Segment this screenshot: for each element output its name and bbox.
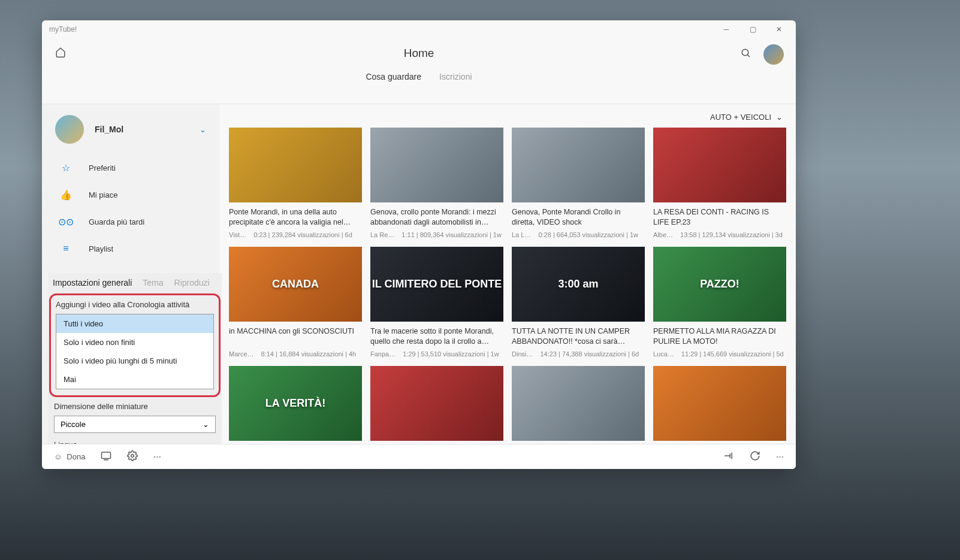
settings-tab-general[interactable]: Impostazioni generali bbox=[53, 278, 132, 287]
video-author: Dinsi… bbox=[512, 350, 533, 358]
video-card[interactable]: Tormentata per anni a scuola, all'età…… bbox=[653, 366, 786, 444]
donate-label: Dona bbox=[67, 452, 85, 461]
cast-icon bbox=[101, 450, 111, 463]
settings-button[interactable] bbox=[127, 450, 138, 463]
thumb-overlay-text: PAZZO! bbox=[700, 278, 739, 290]
refresh-button[interactable] bbox=[750, 450, 760, 463]
user-row[interactable]: Fil_Mol ⌄ bbox=[42, 104, 219, 155]
video-stats: 11:29 | 145,669 visualizzazioni | 5d bbox=[681, 350, 784, 358]
gear-icon bbox=[127, 450, 138, 463]
activity-dropdown-open: Tutti i video Solo i video non finiti So… bbox=[56, 314, 214, 389]
sidebar-item-favorites[interactable]: ☆ Preferiti bbox=[42, 155, 219, 181]
thumbsize-value: Piccole bbox=[61, 420, 86, 429]
tab-subscriptions[interactable]: Iscrizioni bbox=[439, 72, 472, 81]
donate-button[interactable]: ☺ Dona bbox=[54, 452, 85, 461]
video-card[interactable]: CANADAin MACCHINA con gli SCONOSCIUTIMar… bbox=[229, 247, 362, 358]
page-title: Home bbox=[404, 47, 434, 60]
more-button-right[interactable]: ⋯ bbox=[776, 452, 784, 461]
thumb-overlay-text: 3:00 am bbox=[558, 278, 598, 290]
video-card[interactable]: PAZZO!PERMETTO ALLA MIA RAGAZZA DI PULIR… bbox=[653, 247, 786, 358]
settings-tab-theme[interactable]: Tema bbox=[143, 278, 163, 287]
smile-icon: ☺ bbox=[54, 452, 62, 461]
video-meta: Vist…0:23 | 239,284 visualizzazioni | 6d bbox=[229, 231, 362, 238]
sidebar-item-playlist[interactable]: ≡ Playlist bbox=[42, 235, 219, 262]
settings-panel: Impostazioni generali Tema Riproduzi Agg… bbox=[48, 273, 222, 444]
sidebar-item-watch-later[interactable]: ⊙⊙ Guarda più tardi bbox=[42, 208, 219, 235]
sidebar-item-label: Guarda più tardi bbox=[89, 217, 144, 226]
video-stats: 1:29 | 53,510 visualizzazioni | 1w bbox=[403, 350, 499, 358]
video-card[interactable]: LA RESA DEI CONTI - RACING IS LIFE EP.23… bbox=[653, 128, 786, 238]
dropdown-option-long[interactable]: Solo i video più lunghi di 5 minuti bbox=[56, 352, 213, 370]
thumb-overlay-text: LA VERITÀ! bbox=[265, 397, 325, 410]
video-title: Genova, crollo ponte Morandi: i mezzi ab… bbox=[370, 207, 503, 228]
video-thumbnail bbox=[653, 366, 786, 441]
video-card[interactable]: Mezzi per Muoversi Rivoluzionari che…… bbox=[512, 366, 645, 444]
svg-point-0 bbox=[742, 49, 748, 56]
thumbs-up-icon: 👍 bbox=[60, 189, 72, 201]
thumbsize-select[interactable]: Piccole ⌄ bbox=[54, 416, 216, 433]
maximize-button[interactable]: ▢ bbox=[739, 20, 766, 38]
dropdown-option-never[interactable]: Mai bbox=[56, 370, 213, 389]
video-thumbnail: PAZZO! bbox=[653, 247, 786, 322]
tab-what-to-watch[interactable]: Cosa guardare bbox=[366, 72, 421, 81]
user-name: Fil_Mol bbox=[95, 125, 189, 134]
category-dropdown[interactable]: AUTO + VEICOLI ⌄ bbox=[710, 113, 783, 122]
video-title: TUTTA LA NOTTE IN UN CAMPER ABBANDONATO!… bbox=[512, 326, 645, 347]
video-card[interactable]: Genova, Ponte Morandi Crollo in diretta,… bbox=[512, 128, 645, 238]
svg-line-1 bbox=[747, 55, 750, 57]
video-card[interactable]: 3:00 amTUTTA LA NOTTE IN UN CAMPER ABBAN… bbox=[512, 247, 645, 358]
video-thumbnail: IL CIMITERO DEL PONTE bbox=[370, 247, 503, 322]
sidebar: Fil_Mol ⌄ ☆ Preferiti 👍 Mi piace ⊙⊙ Guar… bbox=[42, 104, 219, 444]
titlebar: myTube! ─ ▢ ✕ bbox=[42, 20, 796, 38]
video-card[interactable]: IL CIMITERO DEL PONTETra le macerie sott… bbox=[370, 247, 503, 358]
home-icon[interactable] bbox=[55, 47, 66, 60]
video-thumbnail: CANADA bbox=[229, 247, 362, 322]
video-stats: 0:23 | 239,284 visualizzazioni | 6d bbox=[253, 231, 352, 238]
dropdown-option-all[interactable]: Tutti i video bbox=[56, 314, 213, 333]
sidebar-item-likes[interactable]: 👍 Mi piace bbox=[42, 181, 219, 208]
content: AUTO + VEICOLI ⌄ Ponte Morandi, in una d… bbox=[219, 104, 796, 444]
footer: ☺ Dona ⋯ bbox=[42, 444, 796, 469]
video-card[interactable]: LA VERITÀ!LA VERITÀ SULLE IMPENNATE | …… bbox=[229, 366, 362, 444]
cast-button[interactable] bbox=[101, 450, 111, 463]
video-stats: 8:14 | 16,884 visualizzazioni | 4h bbox=[261, 350, 357, 358]
search-icon[interactable] bbox=[741, 48, 751, 62]
video-card[interactable]: Genova, crollo ponte Morandi: i mezzi ab… bbox=[370, 128, 503, 238]
app-window: myTube! ─ ▢ ✕ Home Cosa guardare Iscrizi… bbox=[42, 20, 796, 469]
video-author: Albe… bbox=[653, 231, 673, 238]
sidebar-item-label: Preferiti bbox=[89, 164, 116, 172]
chevron-down-icon: ⌄ bbox=[776, 113, 783, 122]
video-card[interactable]: SENZA GIULIA A FERRAGOSTO | …… bbox=[370, 366, 503, 444]
avatar[interactable] bbox=[763, 44, 784, 65]
video-author: La L… bbox=[512, 231, 531, 238]
video-title: Genova, Ponte Morandi Crollo in diretta,… bbox=[512, 207, 645, 228]
more-icon: ⋯ bbox=[153, 452, 161, 461]
minimize-button[interactable]: ─ bbox=[713, 20, 739, 38]
video-meta: Luca…11:29 | 145,669 visualizzazioni | 5… bbox=[653, 350, 786, 358]
video-author: Luca… bbox=[653, 350, 674, 358]
header: Home Cosa guardare Iscrizioni bbox=[42, 38, 796, 104]
sidebar-item-label: Playlist bbox=[89, 244, 113, 253]
video-thumbnail bbox=[370, 128, 503, 202]
svg-point-4 bbox=[131, 455, 134, 458]
dropdown-option-unfinished[interactable]: Solo i video non finiti bbox=[56, 333, 213, 352]
setting-label-language: Lingua bbox=[54, 440, 216, 444]
video-stats: 0:28 | 664,053 visualizzazioni | 1w bbox=[538, 231, 638, 238]
star-icon: ☆ bbox=[60, 162, 72, 174]
more-icon: ⋯ bbox=[776, 452, 784, 461]
video-thumbnail: LA VERITÀ! bbox=[229, 366, 362, 441]
pin-button[interactable] bbox=[723, 450, 734, 463]
video-title: in MACCHINA con gli SCONOSCIUTI bbox=[229, 326, 362, 347]
video-title: PERMETTO ALLA MIA RAGAZZA DI PULIRE LA M… bbox=[653, 326, 786, 347]
video-card[interactable]: Ponte Morandi, in una della auto precipi… bbox=[229, 128, 362, 238]
video-meta: La L…0:28 | 664,053 visualizzazioni | 1w bbox=[512, 231, 645, 238]
video-author: Marce… bbox=[229, 350, 254, 358]
more-button[interactable]: ⋯ bbox=[153, 452, 161, 461]
settings-tab-playback[interactable]: Riproduzi bbox=[174, 278, 210, 287]
video-author: Fanpa… bbox=[370, 350, 396, 358]
video-thumbnail bbox=[653, 128, 786, 202]
video-title: LA RESA DEI CONTI - RACING IS LIFE EP.23 bbox=[653, 207, 786, 228]
video-meta: Fanpa…1:29 | 53,510 visualizzazioni | 1w bbox=[370, 350, 503, 358]
close-button[interactable]: ✕ bbox=[766, 20, 792, 38]
video-thumbnail: 3:00 am bbox=[512, 247, 645, 322]
